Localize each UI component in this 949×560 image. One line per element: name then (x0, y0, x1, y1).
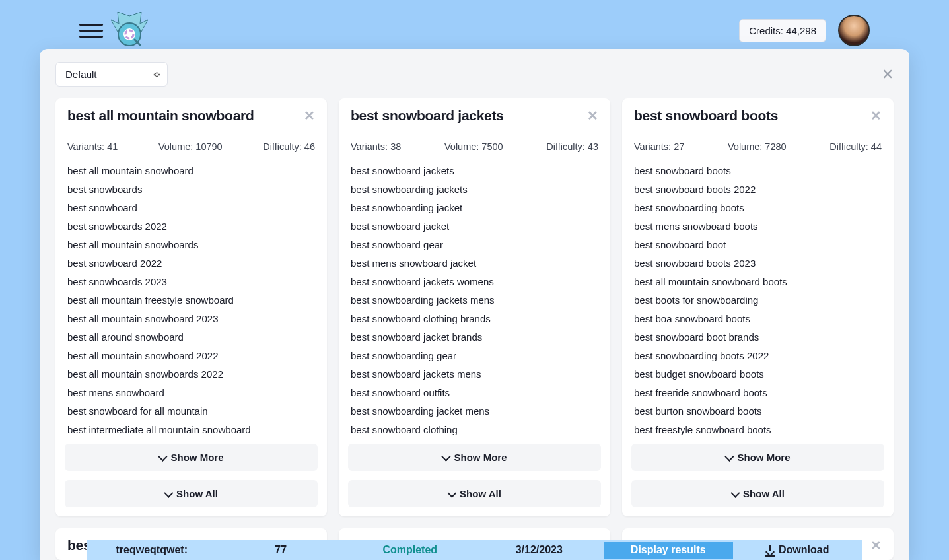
keyword-item[interactable]: best all mountain snowboards (67, 235, 315, 254)
keyword-item[interactable]: best snowboard boots 2023 (634, 254, 882, 272)
keyword-item[interactable]: best budget snowboard boots (634, 365, 882, 383)
keyword-item[interactable]: best snowboard clothing brands (351, 309, 598, 328)
report-status-bar: treqweqtqwet: 77 Completed 3/12/2023 Dis… (87, 540, 862, 560)
show-more-label: Show More (454, 452, 507, 463)
card-title: best snowboard jackets (351, 108, 503, 123)
keyword-card: best all mountain snowboard✕Variants: 41… (55, 98, 327, 516)
chevron-down-icon (447, 488, 456, 497)
card-header: best snowboard boots✕ (622, 98, 894, 133)
keyword-item[interactable]: best snowboard for all mountain (67, 402, 315, 420)
download-button[interactable]: Download (733, 542, 862, 559)
keyword-item[interactable]: best snowboard 2022 (67, 254, 315, 272)
keyword-item[interactable]: best mens snowboard jacket (351, 254, 598, 272)
show-all-button[interactable]: Show All (65, 480, 318, 507)
credits-badge[interactable]: Credits: 44,298 (739, 19, 826, 42)
show-more-label: Show More (170, 452, 223, 463)
keyword-item[interactable]: best snowboard clothing (351, 420, 598, 438)
app-logo[interactable] (108, 11, 151, 50)
button-row: Show MoreShow All (339, 438, 610, 516)
keyword-item[interactable]: best all mountain snowboard boots (634, 272, 882, 291)
keyword-item[interactable]: best mens snowboard boots (634, 217, 882, 235)
keyword-item[interactable]: best snowboarding jacket (351, 198, 598, 217)
keyword-item[interactable]: best all mountain snowboard (67, 161, 315, 180)
keyword-item[interactable]: best all around snowboard (67, 328, 315, 346)
display-results-button[interactable]: Display results (604, 542, 733, 559)
keyword-item[interactable]: best all mountain freestyle snowboard (67, 291, 315, 309)
keyword-list: best all mountain snowboardbest snowboar… (55, 161, 327, 438)
keyword-item[interactable]: best snowboarding gear (351, 346, 598, 365)
keyword-item[interactable]: best snowboard (67, 198, 315, 217)
keyword-item[interactable]: best burton snowboard boots (634, 402, 882, 420)
show-more-label: Show More (737, 452, 790, 463)
keyword-item[interactable]: best snowboard jacket (351, 217, 598, 235)
keyword-item[interactable]: best snowboard boots (634, 161, 882, 180)
menu-button[interactable] (79, 18, 103, 42)
card-title: best snowboard boots (634, 108, 778, 123)
keyword-card: best snowboard boots✕Variants: 27Volume:… (622, 98, 894, 516)
keyword-item[interactable]: best snowboard jacket brands (351, 328, 598, 346)
download-label: Download (779, 544, 829, 556)
panel-top-row: Default ✕ (55, 62, 894, 87)
volume-stat: Volume: 7500 (444, 141, 503, 152)
keyword-item[interactable]: best snowboarding boots (634, 198, 882, 217)
show-more-button[interactable]: Show More (348, 444, 601, 471)
report-status: Completed (345, 542, 475, 559)
keyword-item[interactable]: best snowboard jackets (351, 161, 598, 180)
show-all-label: Show All (743, 488, 785, 499)
logo-icon (108, 11, 151, 50)
keyword-list: best snowboard jacketsbest snowboarding … (339, 161, 610, 438)
chevron-down-icon (442, 452, 451, 461)
filter-select[interactable]: Default (55, 62, 168, 87)
keyword-item[interactable]: best snowboards 2022 (67, 217, 315, 235)
show-more-button[interactable]: Show More (65, 444, 318, 471)
keyword-card: best snowboard jackets✕Variants: 38Volum… (339, 98, 610, 516)
keyword-item[interactable]: best freestyle snowboard boots (634, 420, 882, 438)
show-all-label: Show All (460, 488, 501, 499)
card-header: best snowboard jackets✕ (339, 98, 610, 133)
keyword-item[interactable]: best mens snowboard (67, 383, 315, 402)
keyword-item[interactable]: best snowboards (67, 180, 315, 198)
keyword-item[interactable]: best snowboard outfits (351, 383, 598, 402)
card-close-button[interactable]: ✕ (304, 108, 315, 123)
keyword-item[interactable]: best freeride snowboard boots (634, 383, 882, 402)
app-header: Credits: 44,298 (0, 0, 949, 49)
keyword-item[interactable]: best intermediate all mountain snowboard (67, 420, 315, 438)
keyword-item[interactable]: best snowboard boots 2022 (634, 180, 882, 198)
keyword-item[interactable]: best snowboard jackets mens (351, 365, 598, 383)
card-close-button[interactable]: ✕ (870, 538, 882, 553)
keyword-item[interactable]: best boa snowboard boots (634, 309, 882, 328)
keyword-item[interactable]: best snowboard boot (634, 235, 882, 254)
card-close-button[interactable]: ✕ (587, 108, 598, 123)
keyword-item[interactable]: best snowboard jackets womens (351, 272, 598, 291)
keyword-item[interactable]: best snowboarding boots 2022 (634, 346, 882, 365)
download-icon (765, 545, 775, 555)
keyword-item[interactable]: best all mountain snowboard 2023 (67, 309, 315, 328)
card-title: best all mountain snowboard (67, 108, 254, 123)
keyword-item[interactable]: best all mountain snowboard 2022 (67, 346, 315, 365)
card-stats: Variants: 27Volume: 7280Difficulty: 44 (622, 133, 894, 161)
chevron-down-icon (725, 452, 734, 461)
difficulty-stat: Difficulty: 44 (829, 141, 882, 152)
report-name: treqweqtqwet: (87, 542, 217, 559)
keyword-item[interactable]: best snowboard boot brands (634, 328, 882, 346)
keyword-item[interactable]: best snowboarding jacket mens (351, 402, 598, 420)
results-panel: Default ✕ best all mountain snowboard✕Va… (40, 49, 909, 560)
show-all-button[interactable]: Show All (348, 480, 601, 507)
keyword-item[interactable]: best snowboarding jackets mens (351, 291, 598, 309)
cards-row: best all mountain snowboard✕Variants: 41… (55, 98, 894, 516)
keyword-item[interactable]: best boots for snowboarding (634, 291, 882, 309)
show-more-button[interactable]: Show More (631, 444, 884, 471)
chevron-down-icon (158, 452, 168, 461)
keyword-item[interactable]: best all mountain snowboards 2022 (67, 365, 315, 383)
keyword-item[interactable]: best snowboarding jackets (351, 180, 598, 198)
report-date: 3/12/2023 (475, 542, 604, 559)
card-close-button[interactable]: ✕ (870, 108, 882, 123)
difficulty-stat: Difficulty: 43 (546, 141, 598, 152)
user-avatar[interactable] (838, 15, 870, 46)
variants-stat: Variants: 27 (634, 141, 684, 152)
keyword-item[interactable]: best snowboard gear (351, 235, 598, 254)
close-panel-button[interactable]: ✕ (882, 66, 894, 83)
show-all-button[interactable]: Show All (631, 480, 884, 507)
header-left (79, 11, 151, 50)
keyword-item[interactable]: best snowboards 2023 (67, 272, 315, 291)
